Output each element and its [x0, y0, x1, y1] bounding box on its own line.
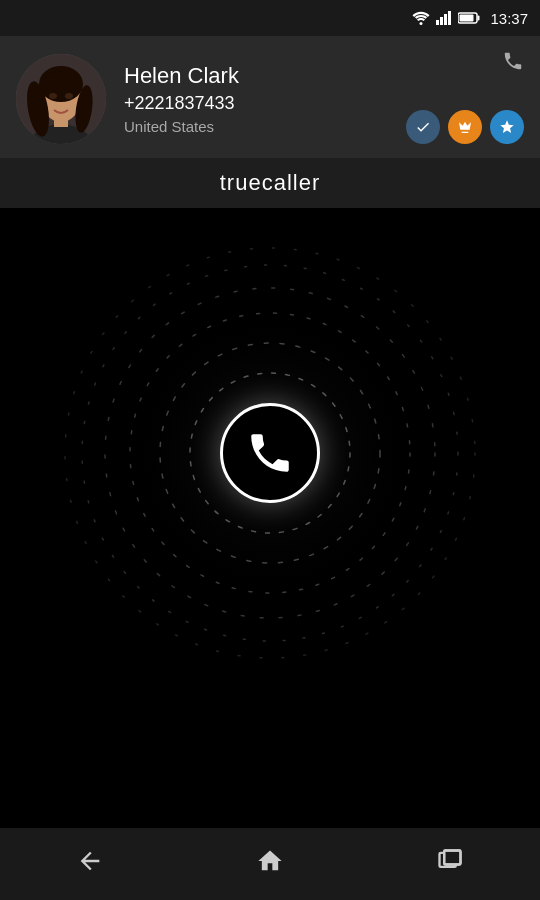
battery-icon: [458, 12, 480, 24]
svg-rect-1: [436, 20, 439, 25]
avatar: [16, 54, 106, 144]
badge-star: [490, 110, 524, 144]
app-name-label: truecaller: [0, 158, 540, 208]
navigation-bar: [0, 828, 540, 900]
call-animation-area: [0, 208, 540, 698]
status-bar: 13:37: [0, 0, 540, 36]
svg-rect-2: [440, 17, 443, 25]
svg-point-0: [420, 22, 423, 25]
svg-rect-25: [444, 850, 460, 864]
home-button[interactable]: [256, 847, 284, 882]
contact-header: Helen Clark +2221837433 United States: [0, 36, 540, 158]
svg-rect-3: [444, 14, 447, 25]
svg-rect-6: [460, 15, 474, 22]
signal-icon: [436, 11, 452, 25]
badge-verified: [406, 110, 440, 144]
phone-icon[interactable]: [502, 50, 524, 78]
contact-name: Helen Clark: [124, 63, 524, 89]
rings-container: [60, 243, 480, 663]
back-button[interactable]: [76, 847, 104, 882]
badges-container: [406, 110, 524, 144]
time-display: 13:37: [490, 10, 528, 27]
wifi-icon: [412, 11, 430, 25]
badge-premium: [448, 110, 482, 144]
answer-call-button[interactable]: [220, 403, 320, 503]
svg-point-16: [65, 93, 73, 99]
svg-rect-4: [448, 11, 451, 25]
recents-button[interactable]: [436, 847, 464, 882]
svg-rect-7: [478, 16, 480, 21]
svg-point-15: [49, 93, 57, 99]
